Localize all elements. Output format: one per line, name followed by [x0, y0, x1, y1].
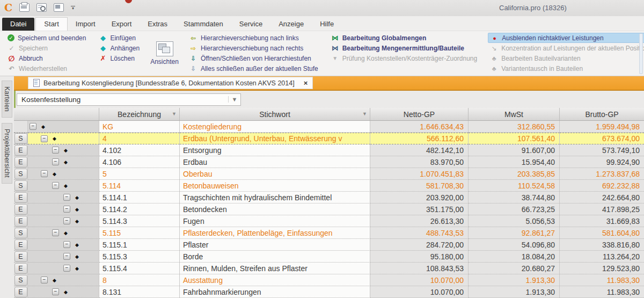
collapse-minus-icon[interactable]: −	[41, 277, 48, 284]
ribbon-item[interactable]: ⇦Hierarchieverschiebung nach links	[187, 33, 320, 43]
ribbon-item[interactable]: ⇩Alles schließen außer der aktuellen Stu…	[187, 63, 320, 74]
table-row[interactable]: E−◆5.114.2Betondecken351.175,0066.723,25…	[14, 203, 644, 215]
row-type-button[interactable]: E	[14, 192, 27, 203]
collapse-minus-icon[interactable]: −	[63, 241, 70, 248]
ribbon-scrollbar[interactable]	[639, 33, 643, 74]
ribbon-item-label: Einfügen	[110, 34, 135, 42]
sidebar-tab-projektuebersicht[interactable]: Projektübersicht	[2, 123, 12, 184]
ribbon-item[interactable]: ⋈Bearbeitung Globalmengen	[329, 33, 480, 43]
header-stichwort[interactable]: Stichwort ▼	[180, 108, 370, 120]
collapse-minus-icon[interactable]: −	[52, 288, 59, 295]
row-type-button[interactable]: E	[14, 251, 27, 262]
brutto-gp-cell: 581.604,80	[560, 227, 644, 239]
row-type-cell: E	[14, 156, 28, 168]
ribbon-item[interactable]: ◆Anhängen	[97, 43, 142, 53]
document-tab[interactable]: Bearbeitung Kostengliederung [Bundesstra…	[28, 77, 313, 89]
table-row[interactable]: E−◆5.114.3Fugen26.613,305.056,5331.669,8…	[14, 215, 644, 227]
kostenfeststellung-combobox[interactable]: Kostenfeststellung ▼	[17, 93, 241, 106]
ribbon-item[interactable]: ⋈Bearbeitung Mengenermittlung/Bauteile	[329, 43, 480, 53]
table-row[interactable]: E−◆5.115.3Borde95.180,0018.084,20113.264…	[14, 251, 644, 263]
collapse-minus-icon[interactable]: −	[63, 265, 70, 272]
collapse-minus-icon[interactable]: −	[63, 253, 70, 260]
image-view-icon[interactable]	[54, 3, 64, 12]
collapse-minus-icon[interactable]: −	[30, 123, 36, 130]
table-row[interactable]: S−◆5.115Pflasterdecken, Plattenbeläge, E…	[14, 227, 644, 239]
table-row[interactable]: E−◆8.131Fahrbahnmarkierungen10.070,001.9…	[14, 286, 644, 298]
table-row[interactable]: E−◆5.115.4Rinnen, Mulden, Streifen aus P…	[14, 263, 644, 274]
header-brutto-gp[interactable]: Brutto-GP	[560, 108, 644, 120]
ansichten-button[interactable]: Ansichten	[147, 32, 182, 75]
table-row[interactable]: E−◆5.115.1Pflaster284.720,0054.096,80338…	[14, 239, 644, 251]
row-type-button[interactable]: S	[14, 275, 27, 286]
ribbon-item[interactable]: ∅Abbruch	[5, 53, 88, 63]
hierarchy-cell: −◆	[28, 121, 99, 133]
collapse-minus-icon[interactable]: −	[52, 182, 59, 189]
table-row[interactable]: E−◆4.106Erdbau83.970,5015.954,4099.924,9…	[14, 156, 644, 168]
close-icon[interactable]: ×	[304, 79, 308, 87]
print-icon[interactable]	[19, 3, 30, 12]
ribbon-item-label: Hierarchieverschiebung nach rechts	[201, 45, 303, 52]
row-type-button[interactable]: S	[14, 228, 27, 238]
row-type-cell	[14, 121, 28, 133]
row-type-button[interactable]: E	[14, 239, 27, 250]
ribbon-item[interactable]: ◆Einfügen	[97, 33, 142, 43]
concentrate-gray-icon: ↘	[490, 45, 498, 52]
chevron-down-icon[interactable]: ▼	[228, 96, 240, 103]
collapse-minus-icon[interactable]: −	[41, 170, 48, 177]
table-row[interactable]: S−◆4Erdbau (Untergrund, Unterbau, Entwäs…	[14, 133, 644, 144]
print-preview-icon[interactable]	[36, 3, 47, 12]
header-netto-gp[interactable]: Netto-GP	[370, 108, 469, 120]
node-diamond-icon: ◆	[75, 254, 79, 259]
table-row[interactable]: S−◆5Oberbau1.070.451,83203.385,851.273.8…	[14, 168, 644, 180]
ribbon-item[interactable]: ✓Speichern und beenden	[5, 33, 88, 43]
menu-tab-import[interactable]: Import	[68, 18, 104, 31]
row-type-button[interactable]: S	[14, 180, 27, 191]
filter-arrow-icon[interactable]: ▼	[172, 111, 177, 117]
mwst-cell: 66.723,25	[469, 203, 560, 215]
row-type-button[interactable]: E	[14, 263, 27, 274]
node-diamond-icon: ◆	[64, 159, 68, 165]
menu-tab-anzeige[interactable]: Anzeige	[270, 18, 312, 31]
netto-gp-cell: 581.708,30	[370, 180, 469, 192]
collapse-minus-icon[interactable]: −	[41, 135, 48, 142]
row-type-button[interactable]: E	[14, 216, 27, 227]
row-type-button[interactable]: E	[14, 287, 27, 297]
table-row[interactable]: −◆KGKostengliederung1.646.634,43312.860,…	[14, 121, 644, 133]
table-row[interactable]: E−◆5.114.1Tragschichten mit hydraulische…	[14, 192, 644, 203]
menu-tab-service[interactable]: Service	[231, 18, 270, 31]
ribbon-item[interactable]: ⇩Öffnen/Schließen von Hierarchiestufen	[187, 53, 320, 63]
collapse-minus-icon[interactable]: −	[63, 217, 70, 224]
variant-gray-icon: ♣	[490, 55, 498, 62]
collapse-minus-icon[interactable]: −	[52, 147, 59, 154]
collapse-minus-icon[interactable]: −	[52, 158, 59, 165]
menu-tab-hilfe[interactable]: Hilfe	[312, 18, 342, 31]
table-row[interactable]: E−◆4.102Entsorgung482.142,1091.607,00573…	[14, 144, 644, 156]
customize-toolbar-caret-icon[interactable]: ▾	[71, 6, 75, 10]
menu-tab-extras[interactable]: Extras	[140, 18, 175, 31]
filter-arrow-icon[interactable]: ▼	[362, 111, 367, 117]
menu-tab-start[interactable]: Start	[35, 17, 67, 31]
table-row[interactable]: S−◆5.114Betonbauweisen581.708,30110.524,…	[14, 180, 644, 192]
ribbon-item[interactable]: ⇨Hierarchieverschiebung nach rechts	[187, 43, 320, 53]
header-bezeichnung[interactable]: Bezeichnung ▼	[99, 108, 180, 120]
collapse-minus-icon[interactable]: −	[63, 206, 70, 213]
row-type-button[interactable]: S	[14, 133, 27, 144]
node-diamond-icon: ◆	[75, 195, 79, 200]
collapse-minus-icon[interactable]: −	[52, 229, 59, 236]
row-type-button[interactable]: E	[14, 157, 27, 168]
row-type-button[interactable]: E	[14, 145, 27, 156]
menu-tab-datei[interactable]: Datei	[2, 18, 34, 31]
sidebar-tab-karteien[interactable]: Karteien	[2, 81, 12, 118]
collapse-minus-icon[interactable]: −	[63, 194, 70, 201]
row-type-button[interactable]: E	[14, 204, 27, 215]
ribbon-item[interactable]: ✗Löschen	[97, 53, 142, 63]
table-row[interactable]: S−◆8Ausstattung10.070,001.913,3011.983,3…	[14, 274, 644, 286]
ribbon-item-label: Prüfung Kostenstellen/Kostenträger-Zuord…	[342, 55, 478, 62]
ribbon-item: ♣Variantentausch in Bauteilen	[488, 63, 644, 74]
ribbon-item[interactable]: ●Ausblenden nichtaktiver Leistungen	[488, 33, 644, 43]
bezeichnung-cell: 5.114.3	[99, 215, 180, 227]
header-mwst[interactable]: MwSt	[469, 108, 560, 120]
menu-tab-export[interactable]: Export	[104, 18, 140, 31]
menu-tab-stammdaten[interactable]: Stammdaten	[175, 18, 231, 31]
row-type-button[interactable]: S	[14, 169, 27, 179]
